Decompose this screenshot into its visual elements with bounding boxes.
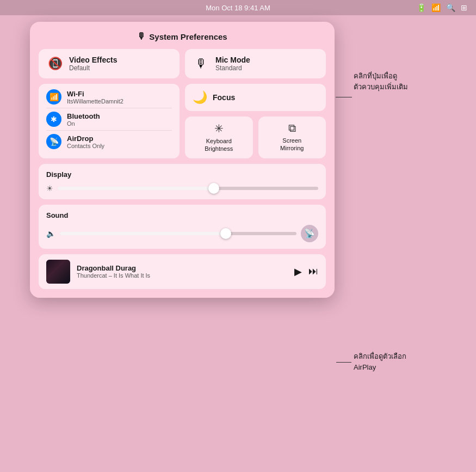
video-effects-sub: Default (69, 64, 117, 72)
right-col: 🌙 Focus ✳ Keyboard Brightness ⧉ Screen M… (185, 84, 326, 158)
callout-2-line (336, 362, 351, 363)
callout-2: คลิกเพื่อดูตัวเลือก AirPlay (354, 351, 406, 372)
sound-label: Sound (46, 211, 318, 219)
network-card: 📶 Wi-Fi ItsWillametteDamnit2 ✱ Bluetooth… (39, 84, 180, 158)
sound-slider-row: 🔈 📡 (46, 225, 318, 242)
video-effects-card[interactable]: 📵 Video Effects Default (39, 49, 180, 78)
screen-mirroring-label: Screen Mirroring (280, 137, 304, 152)
wifi-item[interactable]: 📶 Wi-Fi ItsWillametteDamnit2 (46, 89, 172, 105)
mic-title-icon: 🎙 (137, 32, 146, 41)
airdrop-status: Contacts Only (67, 143, 104, 149)
now-playing-title: Dragonball Durag (77, 264, 288, 272)
menubar-right: 🔋 📶 🔍 ⊞ (417, 3, 467, 12)
divider-1 (46, 108, 172, 108)
control-center-icon[interactable]: ⊞ (461, 3, 467, 12)
menubar: Mon Oct 18 9:41 AM 🔋 📶 🔍 ⊞ (0, 0, 476, 15)
focus-icon: 🌙 (193, 90, 207, 105)
panel-wrapper: 🎙 System Preferences 📵 Video Effects Def… (30, 22, 335, 298)
middle-row: 📶 Wi-Fi ItsWillametteDamnit2 ✱ Bluetooth… (39, 84, 326, 158)
airdrop-item[interactable]: 📡 AirDrop Contacts Only (46, 134, 172, 149)
callout-1: คลิกที่ปุ่มเพื่อดู ตัวควบคุมเพิ่มเติม (354, 71, 408, 92)
keyboard-brightness-card[interactable]: ✳ Keyboard Brightness (185, 117, 253, 158)
menubar-datetime: Mon Oct 18 9:41 AM (206, 4, 270, 12)
wifi-icon: 📶 (46, 89, 61, 105)
now-playing-info: Dragonball Durag Thundercat – It Is What… (77, 264, 288, 279)
small-cards-row: ✳ Keyboard Brightness ⧉ Screen Mirroring (185, 117, 326, 158)
keyboard-brightness-icon: ✳ (214, 122, 224, 135)
airdrop-label: AirDrop (67, 134, 104, 143)
display-slider-fill (58, 187, 214, 190)
mic-mode-icon: 🎙 (193, 57, 210, 71)
display-label: Display (46, 170, 318, 179)
bluetooth-item[interactable]: ✱ Bluetooth On (46, 112, 172, 127)
mic-mode-card[interactable]: 🎙 Mic Mode Standard (185, 49, 326, 78)
airdrop-icon: 📡 (46, 134, 61, 149)
wifi-label: Wi-Fi (67, 90, 123, 98)
search-menubar-icon[interactable]: 🔍 (446, 3, 455, 12)
callout-1-line (336, 97, 352, 97)
airplay-button[interactable]: 📡 (301, 225, 318, 242)
divider-2 (46, 130, 172, 131)
screen-mirroring-icon: ⧉ (288, 122, 296, 134)
bluetooth-label: Bluetooth (67, 112, 100, 120)
play-button[interactable]: ▶ (294, 266, 302, 278)
bluetooth-status: On (67, 120, 100, 127)
playback-controls: ▶ ⏭ (294, 266, 318, 278)
sound-slider-track (60, 232, 296, 235)
bluetooth-icon: ✱ (46, 112, 61, 127)
keyboard-brightness-label: Keyboard Brightness (205, 137, 233, 153)
display-section: Display ☀ (39, 164, 326, 199)
now-playing-artist: Thundercat – It Is What It Is (77, 272, 288, 279)
mic-mode-label: Mic Mode (215, 56, 250, 64)
focus-card[interactable]: 🌙 Focus (185, 84, 326, 111)
mic-mode-sub: Standard (215, 64, 250, 72)
focus-label: Focus (213, 93, 235, 102)
display-slider-row: ☀ (46, 184, 318, 193)
display-slider-track (58, 187, 318, 190)
sound-slider-thumb[interactable] (220, 228, 231, 239)
battery-icon: 🔋 (417, 3, 426, 12)
video-effects-label: Video Effects (69, 56, 117, 64)
wifi-network-name: ItsWillametteDamnit2 (67, 98, 123, 105)
sound-section: Sound 🔈 📡 (39, 205, 326, 249)
skip-forward-button[interactable]: ⏭ (308, 266, 318, 277)
album-art (46, 260, 70, 284)
volume-icon: 🔈 (46, 229, 55, 238)
top-cards-row: 📵 Video Effects Default 🎙 Mic Mode Stand… (39, 49, 326, 78)
video-effects-icon: 📵 (46, 57, 64, 71)
sound-slider-fill (60, 232, 226, 235)
wifi-menubar-icon: 📶 (431, 3, 441, 12)
now-playing-section: Dragonball Durag Thundercat – It Is What… (39, 254, 326, 289)
screen-mirroring-card[interactable]: ⧉ Screen Mirroring (258, 117, 326, 158)
album-art-inner (46, 260, 70, 284)
panel-title: 🎙 System Preferences (39, 32, 326, 41)
system-preferences-panel: 🎙 System Preferences 📵 Video Effects Def… (30, 22, 335, 298)
brightness-low-icon: ☀ (46, 184, 53, 193)
display-slider-thumb[interactable] (208, 183, 219, 194)
